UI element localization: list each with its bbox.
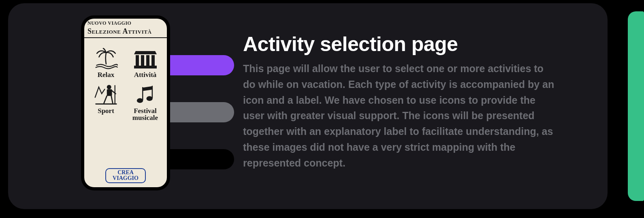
content-card: NUOVO VIAGGIO Selezione Attività — [8, 3, 608, 209]
svg-point-14 — [146, 96, 152, 101]
svg-rect-7 — [107, 89, 112, 96]
hiker-icon — [92, 82, 120, 107]
phone-screen: NUOVO VIAGGIO Selezione Attività — [84, 19, 167, 187]
activity-label: Relax — [98, 71, 115, 78]
sketch-title: Selezione Attività — [84, 27, 167, 38]
activity-label: Attività — [134, 71, 157, 78]
activity-festival: Festival musicale — [127, 82, 164, 121]
activity-label: Festival musicale — [132, 107, 158, 121]
svg-point-13 — [136, 98, 143, 103]
temple-icon — [131, 46, 160, 71]
svg-rect-1 — [136, 55, 139, 66]
page-root: NUOVO VIAGGIO Selezione Attività — [0, 0, 644, 218]
svg-marker-0 — [134, 51, 157, 54]
svg-point-6 — [107, 85, 111, 89]
activity-label: Sport — [98, 107, 114, 114]
sketch-breadcrumb: NUOVO VIAGGIO — [84, 19, 167, 27]
svg-line-9 — [111, 96, 113, 103]
activity-attivita: Attività — [127, 46, 164, 78]
activity-sport: Sport — [87, 82, 124, 121]
activity-grid: Relax — [84, 38, 167, 124]
activity-relax: Relax — [87, 46, 124, 78]
cta-wrap: CREA VIAGGIO — [84, 168, 167, 183]
scroll-indicator[interactable] — [628, 11, 644, 201]
page-description: This page will allow the user to select … — [243, 61, 555, 171]
svg-line-8 — [104, 96, 107, 103]
svg-rect-5 — [134, 66, 157, 68]
phone-mockup: NUOVO VIAGGIO Selezione Attività — [81, 15, 170, 190]
create-trip-button[interactable]: CREA VIAGGIO — [105, 168, 146, 183]
palm-tree-icon — [92, 46, 120, 71]
music-note-icon — [131, 82, 160, 107]
svg-rect-4 — [151, 55, 155, 66]
text-column: Activity selection page This page will a… — [243, 32, 555, 171]
svg-rect-2 — [141, 55, 144, 66]
svg-rect-3 — [146, 55, 149, 66]
page-heading: Activity selection page — [243, 32, 555, 56]
